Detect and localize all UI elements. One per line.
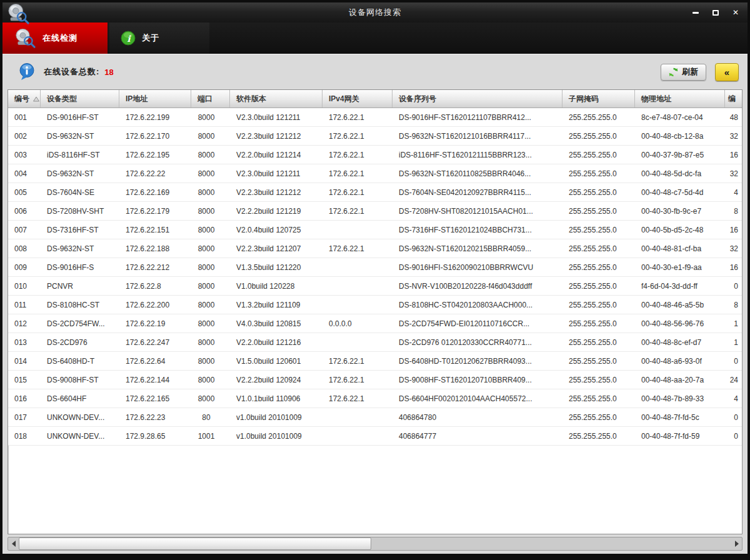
column-header-index[interactable]: 编号: [8, 90, 41, 108]
table-row[interactable]: 006 DS-7208HV-SHT 172.6.22.179 8000 V2.2…: [8, 202, 742, 221]
cell-subnet-mask: 255.255.255.0: [562, 151, 635, 159]
table-row[interactable]: 003 iDS-8116HF-ST 172.6.22.195 8000 V2.2…: [8, 146, 742, 164]
table-row[interactable]: 018 UNKOWN-DEV... 172.9.28.65 1001 v1.0b…: [8, 427, 742, 446]
cell-mac-address: 00-40-48-5d-dc-fa: [635, 169, 725, 178]
close-button[interactable]: ✕: [729, 7, 742, 18]
maximize-button[interactable]: [709, 7, 722, 18]
cell-software-version: V2.2.3build 121212: [230, 188, 322, 197]
tab-about[interactable]: i 关于: [109, 22, 209, 54]
cell-serial-number: DS-9008HF-ST1620120710BBRR409...: [392, 376, 562, 384]
cell-channel-count: 16: [725, 263, 742, 272]
column-header-ipv4-gateway[interactable]: IPv4网关: [322, 90, 392, 108]
table-row[interactable]: 017 UNKOWN-DEV... 172.6.22.23 80 v1.0bui…: [8, 408, 742, 427]
column-header-subnet-mask[interactable]: 子网掩码: [562, 90, 635, 108]
table-row[interactable]: 007 DS-7316HF-ST 172.6.22.151 8000 V2.0.…: [8, 221, 742, 239]
main-content: 在线设备总数: 18 刷新 « 编号: [2, 54, 748, 554]
cell-subnet-mask: 255.255.255.0: [562, 432, 635, 441]
table-row[interactable]: 015 DS-9008HF-ST 172.6.22.144 8000 V2.2.…: [8, 371, 742, 389]
cell-index: 004: [8, 169, 41, 178]
table-row[interactable]: 012 DS-2CD754FW... 172.6.22.19 8000 V4.0…: [8, 314, 742, 333]
cell-mac-address: 00-40-48-c7-5d-4d: [635, 188, 725, 197]
tab-about-label: 关于: [142, 32, 159, 44]
cell-subnet-mask: 255.255.255.0: [562, 113, 635, 122]
column-header-port[interactable]: 端口: [191, 90, 230, 108]
cell-ipv4-gateway: 172.6.22.1: [322, 394, 392, 403]
cell-subnet-mask: 255.255.255.0: [562, 263, 635, 272]
minimize-button[interactable]: [689, 7, 702, 18]
cell-subnet-mask: 255.255.255.0: [562, 244, 635, 253]
cell-device-type: DS-6408HD-T: [41, 357, 119, 366]
horizontal-scrollbar[interactable]: [8, 537, 742, 551]
horizontal-scrollbar-thumb[interactable]: [19, 538, 371, 550]
table-row[interactable]: 009 DS-9016HF-S 172.6.22.212 8000 V1.3.5…: [8, 258, 742, 277]
refresh-button[interactable]: 刷新: [661, 64, 706, 81]
cell-channel-count: 24: [725, 376, 742, 384]
tab-online-detection[interactable]: 在线检测: [2, 22, 108, 54]
table-header-row: 编号 设备类型 IP地址 端口 软件版本 IPv4网关 设备序列号 子网掩码 物…: [8, 90, 742, 108]
table-row[interactable]: 013 DS-2CD976 172.6.22.247 8000 V2.2.0bu…: [8, 333, 742, 352]
scroll-left-button[interactable]: [8, 538, 19, 550]
cell-serial-number: DS-6604HF0020120104AACH405572...: [392, 394, 562, 403]
online-count-label: 在线设备总数:: [44, 66, 99, 78]
cell-mac-address: 00-40-48-7f-fd-5c: [635, 413, 725, 422]
cell-serial-number: DS-8108HC-ST0420120803AACH000...: [392, 301, 562, 309]
maximize-icon: [712, 10, 719, 16]
cell-index: 017: [8, 413, 41, 422]
table-row[interactable]: 010 PCNVR 172.6.22.8 8000 V1.0build 1202…: [8, 277, 742, 296]
cell-channel-count: 48: [725, 113, 742, 122]
collapse-panel-button[interactable]: «: [715, 63, 739, 81]
cell-channel-count: 4: [725, 394, 742, 403]
cell-software-version: V2.3.0build 121211: [230, 169, 322, 178]
cell-ip-address: 172.6.22.179: [119, 207, 191, 216]
cell-mac-address: 00-40-48-a6-93-0f: [635, 357, 725, 366]
cell-port: 8000: [191, 376, 230, 384]
cell-mac-address: 00-40-48-46-a5-5b: [635, 301, 725, 309]
info-balloon-icon: [19, 63, 35, 81]
cell-index: 008: [8, 244, 41, 253]
cell-software-version: V2.3.0build 121211: [230, 113, 322, 122]
table-row[interactable]: 011 DS-8108HC-ST 172.6.22.200 8000 V1.3.…: [8, 296, 742, 314]
cell-index: 015: [8, 376, 41, 384]
cell-index: 012: [8, 319, 41, 328]
cell-device-type: UNKOWN-DEV...: [41, 413, 119, 422]
cell-software-version: V2.2.0build 121214: [230, 151, 322, 159]
cell-mac-address: 8c-e7-48-07-ce-04: [635, 113, 725, 122]
table-row[interactable]: 002 DS-9632N-ST 172.6.22.170 8000 V2.2.3…: [8, 127, 742, 146]
column-header-software-version[interactable]: 软件版本: [230, 90, 322, 108]
cell-software-version: V2.2.2build 120924: [230, 376, 322, 384]
table-row[interactable]: 001 DS-9016HF-ST 172.6.22.199 8000 V2.3.…: [8, 108, 742, 127]
cell-ip-address: 172.6.22.188: [119, 244, 191, 253]
column-header-ip-address[interactable]: IP地址: [119, 90, 191, 108]
cell-device-type: DS-9632N-ST: [41, 244, 119, 253]
cell-software-version: V1.0build 120228: [230, 282, 322, 291]
cell-serial-number: 406864780: [392, 413, 562, 422]
cell-ip-address: 172.6.22.151: [119, 226, 191, 234]
column-header-device-type[interactable]: 设备类型: [41, 90, 119, 108]
cell-port: 8000: [191, 301, 230, 309]
cell-device-type: DS-7604N-SE: [41, 188, 119, 197]
cell-channel-count: 16: [725, 151, 742, 159]
cell-mac-address: 00-40-48-7b-89-33: [635, 394, 725, 403]
table-row[interactable]: 004 DS-9632N-ST 172.6.22.22 8000 V2.3.0b…: [8, 164, 742, 183]
table-row[interactable]: 014 DS-6408HD-T 172.6.22.64 8000 V1.5.0b…: [8, 352, 742, 371]
cell-mac-address: 00-40-30-fb-9c-e7: [635, 207, 725, 216]
scroll-right-button[interactable]: [731, 538, 742, 550]
cell-index: 016: [8, 394, 41, 403]
column-header-serial-number[interactable]: 设备序列号: [392, 90, 562, 108]
cell-ipv4-gateway: 172.6.22.1: [322, 169, 392, 178]
table-row[interactable]: 005 DS-7604N-SE 172.6.22.169 8000 V2.2.3…: [8, 183, 742, 202]
column-header-mac-address[interactable]: 物理地址: [635, 90, 725, 108]
cell-ip-address: 172.6.22.195: [119, 151, 191, 159]
cell-software-version: V2.2.2build 121219: [230, 207, 322, 216]
cell-device-type: iDS-8116HF-ST: [41, 151, 119, 159]
table-row[interactable]: 016 DS-6604HF 172.6.22.165 8000 V1.0.1bu…: [8, 389, 742, 408]
cell-port: 80: [191, 413, 230, 422]
table-row[interactable]: 008 DS-9632N-ST 172.6.22.188 8000 V2.2.3…: [8, 239, 742, 258]
column-header-channels[interactable]: 编: [725, 90, 742, 108]
cell-subnet-mask: 255.255.255.0: [562, 319, 635, 328]
cell-ip-address: 172.6.22.23: [119, 413, 191, 422]
cell-device-type: DS-7208HV-SHT: [41, 207, 119, 216]
cell-port: 8000: [191, 188, 230, 197]
cell-serial-number: DS-6408HD-T0120120627BBRR4093...: [392, 357, 562, 366]
cell-ip-address: 172.6.22.199: [119, 113, 191, 122]
